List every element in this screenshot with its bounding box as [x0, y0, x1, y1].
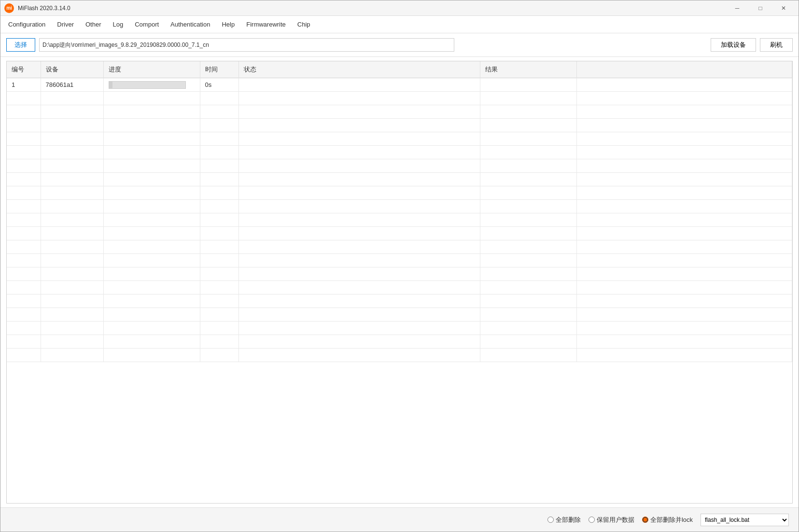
table-row: [7, 308, 792, 322]
radio-keep-user-data-label: 保留用户数据: [597, 516, 634, 524]
cell-result: [480, 78, 576, 92]
table-row: [7, 267, 792, 281]
menu-log[interactable]: Log: [107, 18, 129, 31]
cell-no: 1: [7, 78, 41, 92]
menu-other[interactable]: Other: [80, 18, 107, 31]
toolbar: 选择 加载设备 刷机: [0, 33, 799, 57]
progress-bar: [109, 81, 186, 89]
table-row: [7, 186, 792, 200]
table-row: [7, 119, 792, 132]
cell-progress: [103, 78, 200, 92]
table-row: [7, 173, 792, 186]
flash-script-dropdown[interactable]: flash_all_lock.bat flash_all.bat flash_a…: [701, 514, 789, 526]
table-row: [7, 132, 792, 146]
col-header-status: 状态: [238, 61, 480, 78]
menu-firmwarewrite[interactable]: Firmwarewrite: [240, 18, 292, 31]
table-row: [7, 294, 792, 308]
path-input[interactable]: [39, 38, 454, 52]
window-controls: ─ □ ✕: [726, 0, 795, 16]
table-row: [7, 281, 792, 294]
col-header-device: 设备: [41, 61, 103, 78]
menu-help[interactable]: Help: [216, 18, 240, 31]
cell-status: [238, 78, 480, 92]
table-row: [7, 146, 792, 159]
col-header-extra: [576, 61, 792, 78]
table-row: [7, 335, 792, 349]
flash-button[interactable]: 刷机: [760, 38, 793, 52]
table-row: [7, 240, 792, 254]
radio-delete-all-input[interactable]: [547, 517, 554, 523]
menu-bar: Configuration Driver Other Log Comport A…: [0, 16, 799, 33]
flash-options: 全部删除 保留用户数据 全部删除并lock: [547, 516, 693, 524]
menu-comport[interactable]: Comport: [129, 18, 165, 31]
table-header-row: 编号 设备 进度 时间 状态 结果: [7, 61, 792, 78]
cell-time: 0s: [200, 78, 238, 92]
menu-authentication[interactable]: Authentication: [165, 18, 216, 31]
table-row: [7, 200, 792, 213]
app-title: MiFlash 2020.3.14.0: [18, 5, 726, 12]
bottom-bar: 全部删除 保留用户数据 全部删除并lock flash_all_lock.bat…: [0, 507, 799, 532]
col-header-result: 结果: [480, 61, 576, 78]
menu-driver[interactable]: Driver: [51, 18, 80, 31]
device-table: 编号 设备 进度 时间 状态 结果 1 786061a1: [6, 61, 793, 504]
minimize-button[interactable]: ─: [726, 0, 748, 16]
radio-delete-all-lock[interactable]: 全部删除并lock: [642, 516, 693, 524]
cell-device: 786061a1: [41, 78, 103, 92]
load-device-button[interactable]: 加载设备: [711, 38, 756, 52]
table-row: [7, 213, 792, 227]
table-row: [7, 322, 792, 335]
menu-configuration[interactable]: Configuration: [2, 18, 51, 31]
table-row: [7, 92, 792, 105]
table-row: [7, 254, 792, 267]
table-row: [7, 105, 792, 119]
close-button[interactable]: ✕: [772, 0, 795, 16]
table-row: [7, 159, 792, 173]
title-bar: mi MiFlash 2020.3.14.0 ─ □ ✕: [0, 0, 799, 16]
radio-delete-all-label: 全部删除: [556, 516, 581, 524]
col-header-no: 编号: [7, 61, 41, 78]
cell-extra: [576, 78, 792, 92]
table-row: 1 786061a1 0s: [7, 78, 792, 92]
radio-delete-all-lock-label: 全部删除并lock: [650, 516, 693, 524]
radio-delete-all-lock-input[interactable]: [642, 517, 648, 523]
app-logo: mi: [4, 3, 14, 13]
select-button[interactable]: 选择: [6, 38, 35, 52]
maximize-button[interactable]: □: [749, 0, 771, 16]
logo-text: mi: [6, 5, 12, 11]
table-row: [7, 349, 792, 362]
table-row: [7, 227, 792, 240]
col-header-progress: 进度: [103, 61, 200, 78]
menu-chip[interactable]: Chip: [292, 18, 316, 31]
col-header-time: 时间: [200, 61, 238, 78]
radio-delete-all[interactable]: 全部删除: [547, 516, 581, 524]
progress-bar-fill: [109, 82, 113, 88]
main-window: mi MiFlash 2020.3.14.0 ─ □ ✕ Configurati…: [0, 0, 799, 532]
radio-keep-user-data-input[interactable]: [589, 517, 595, 523]
radio-keep-user-data[interactable]: 保留用户数据: [589, 516, 634, 524]
